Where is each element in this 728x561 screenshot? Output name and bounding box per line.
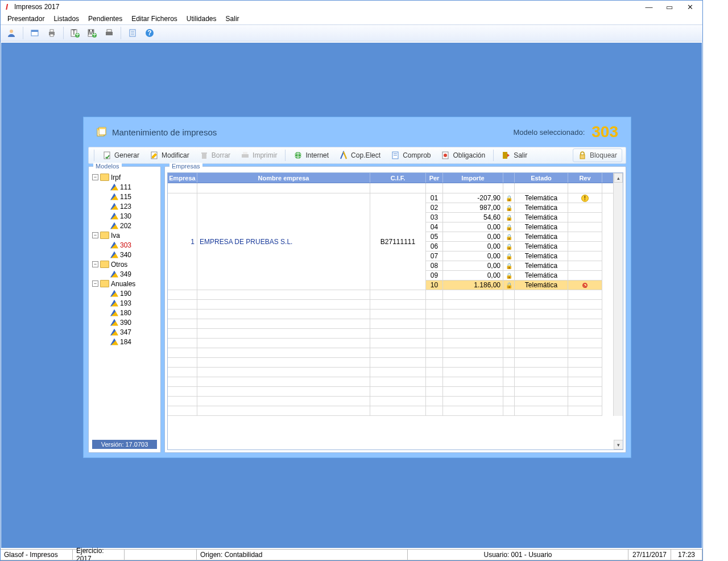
internet-button[interactable]: Internet [289, 148, 333, 162]
cell-importe: 0,00 [443, 271, 503, 280]
child-toolbar: Generar Modificar Borrar Imprimir Intern… [88, 147, 626, 164]
table-row[interactable]: 080,00🔒Telemática [426, 261, 602, 271]
table-row[interactable]: 02987,00🔒Telemática [426, 203, 602, 213]
tree-item-115[interactable]: 115 [102, 192, 157, 201]
scroll-down-icon[interactable]: ▾ [614, 440, 623, 449]
table-row[interactable]: 01-207,90🔒Telemática [426, 193, 602, 203]
selected-model-label: Modelo seleccionado: [514, 128, 585, 137]
tree-item-390[interactable]: 390 [102, 317, 157, 327]
menu-presentador[interactable]: Presentador [3, 14, 49, 23]
tree-item-180[interactable]: 180 [102, 308, 157, 317]
menu-salir[interactable]: Salir [221, 14, 244, 23]
menu-utilidades[interactable]: Utilidades [182, 14, 221, 23]
toolbar-add-m-icon[interactable]: M+ [85, 26, 100, 40]
modelos-tree[interactable]: −Irpf111115123130202−Iva303340−Otros349−… [92, 172, 157, 438]
obligacion-button[interactable]: Obligación [437, 148, 489, 162]
lock-icon: 🔒 [506, 244, 512, 250]
borrar-button[interactable]: Borrar [196, 148, 234, 162]
toolbar-print-icon[interactable] [44, 26, 59, 40]
col-lock[interactable] [503, 173, 515, 183]
table-row[interactable]: 070,00🔒Telemática [426, 251, 602, 261]
cell-estado: Telemática [515, 261, 568, 271]
col-nombre[interactable]: Nombre empresa [197, 173, 370, 183]
cell-rev [568, 232, 602, 242]
col-estado[interactable]: Estado [515, 173, 568, 183]
tree-item-347[interactable]: 347 [102, 327, 157, 337]
table-row[interactable]: 0354,60🔒Telemática [426, 213, 602, 222]
toolbar-user-icon[interactable] [4, 26, 19, 40]
imprimir-button[interactable]: Imprimir [237, 148, 281, 162]
modificar-button[interactable]: Modificar [146, 148, 193, 162]
cell-empresa-cif[interactable]: B27111111 [370, 193, 426, 290]
status-origen: Origen: Contabilidad [196, 550, 408, 560]
grid-vertical-scrollbar[interactable]: ▴ ▾ [613, 173, 623, 416]
comprob-button[interactable]: Comprob [387, 148, 435, 162]
toolbar-window-icon[interactable] [27, 26, 42, 40]
grid-filter-row[interactable] [168, 183, 613, 193]
empresas-grid: Empresa Nombre empresa C.I.F. Per Import… [167, 172, 623, 450]
col-rev[interactable]: Rev [568, 173, 602, 183]
cell-rev [568, 213, 602, 222]
table-row[interactable]: 090,00🔒Telemática [426, 271, 602, 280]
minimize-button[interactable]: — [639, 1, 659, 13]
cell-lock: 🔒 [503, 232, 515, 242]
bloquear-button[interactable]: Bloquear [573, 148, 622, 162]
tree-item-303[interactable]: 303 [102, 240, 157, 250]
maximize-button[interactable]: ▭ [659, 1, 680, 13]
grid-header: Empresa Nombre empresa C.I.F. Per Import… [168, 173, 613, 183]
empty-row [168, 310, 613, 319]
close-button[interactable]: ✕ [680, 1, 700, 13]
toolbar-printer-icon[interactable] [102, 26, 117, 40]
empty-row [168, 358, 613, 368]
model-icon [110, 184, 118, 191]
cell-lock: 🔒 [503, 193, 515, 203]
tree-item-184[interactable]: 184 [102, 337, 157, 346]
col-cif[interactable]: C.I.F. [370, 173, 426, 183]
scroll-up-icon[interactable]: ▴ [614, 173, 623, 183]
col-importe[interactable]: Importe [443, 173, 503, 183]
menu-pendientes[interactable]: Pendientes [84, 14, 127, 23]
status-usuario: Usuario: 001 - Usuario [407, 550, 628, 560]
cell-estado: Telemática [515, 203, 568, 213]
model-icon [110, 242, 118, 249]
col-per[interactable]: Per [426, 173, 443, 183]
cell-lock: 🔒 [503, 213, 515, 222]
empty-row [168, 300, 613, 310]
svg-rect-30 [242, 154, 249, 158]
tree-item-123[interactable]: 123 [102, 201, 157, 211]
tree-group[interactable]: −Otros [92, 259, 157, 269]
tree-group[interactable]: −Anuales [92, 279, 157, 288]
empty-row [168, 339, 613, 348]
cell-importe: 0,00 [443, 232, 503, 242]
toolbar-note-icon[interactable] [125, 26, 140, 40]
table-row[interactable]: 040,00🔒Telemática [426, 222, 602, 232]
selected-model-number: 303 [592, 123, 618, 141]
menu-editar-ficheros[interactable]: Editar Ficheros [127, 14, 182, 23]
col-empresa[interactable]: Empresa [168, 173, 197, 183]
salir-button[interactable]: Salir [498, 148, 531, 162]
tree-group[interactable]: −Irpf [92, 172, 157, 182]
cell-empresa-nombre[interactable]: EMPRESA DE PRUEBAS S.L. [197, 193, 370, 290]
table-row[interactable]: 101.186,00🔒Telemática [426, 280, 602, 290]
table-row[interactable]: 060,00🔒Telemática [426, 242, 602, 251]
tree-item-349[interactable]: 349 [102, 269, 157, 279]
cell-empresa-num[interactable]: 1 [168, 193, 197, 290]
tree-item-202[interactable]: 202 [102, 221, 157, 230]
tree-item-130[interactable]: 130 [102, 211, 157, 221]
toolbar-help-icon[interactable]: ? [142, 26, 157, 40]
generar-button[interactable]: Generar [98, 148, 143, 162]
tree-item-340[interactable]: 340 [102, 250, 157, 259]
table-row[interactable]: 050,00🔒Telemática [426, 232, 602, 242]
toolbar-add-t-icon[interactable]: T+ [68, 26, 82, 40]
copelect-button[interactable]: Cop.Elect [335, 148, 384, 162]
cell-rev [568, 280, 602, 290]
tree-item-190[interactable]: 190 [102, 288, 157, 298]
tree-item-111[interactable]: 111 [102, 182, 157, 192]
tree-group[interactable]: −Iva [92, 230, 157, 240]
cell-rev [568, 261, 602, 271]
model-icon [110, 222, 118, 229]
svg-rect-4 [50, 30, 53, 32]
menu-listados[interactable]: Listados [49, 14, 84, 23]
tree-item-193[interactable]: 193 [102, 298, 157, 308]
svg-rect-14 [106, 32, 113, 35]
